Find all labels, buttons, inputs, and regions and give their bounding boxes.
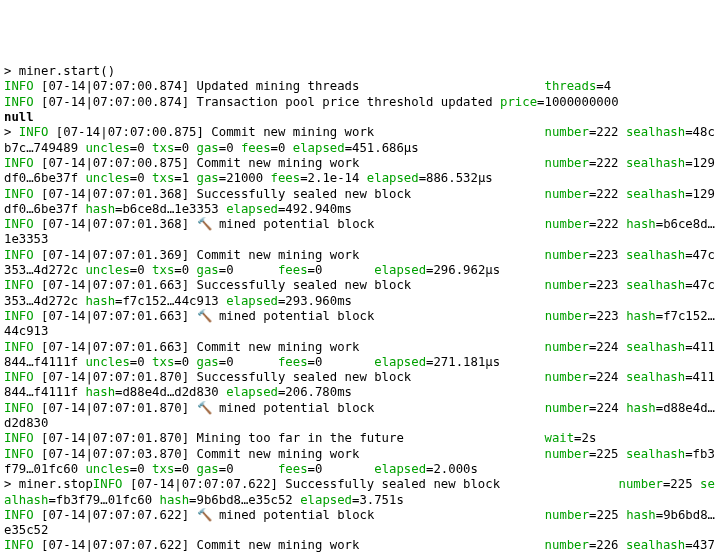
log-key: sealhash	[626, 447, 685, 461]
log-key: number	[545, 217, 589, 231]
log-key: hash	[159, 493, 189, 507]
log-timestamp: [07-14|07:07:01.663]	[41, 340, 189, 354]
log-key: uncles	[85, 171, 129, 185]
log-level: INFO	[4, 538, 34, 552]
log-key: txs	[152, 355, 174, 369]
log-key: gas	[197, 263, 219, 277]
log-level: INFO	[4, 278, 34, 292]
log-key: elapsed	[226, 385, 278, 399]
log-level: INFO	[4, 508, 34, 522]
log-timestamp: [07-14|07:07:01.663]	[41, 278, 189, 292]
log-key: number	[545, 508, 589, 522]
log-key: txs	[152, 462, 174, 476]
log-message: Successfully sealed new block	[197, 278, 412, 292]
log-timestamp: [07-14|07:07:01.369]	[41, 248, 189, 262]
log-level: INFO	[4, 309, 34, 323]
log-message: 🔨 mined potential block	[197, 508, 375, 522]
log-timestamp: [07-14|07:07:00.875]	[41, 156, 189, 170]
log-key: fees	[241, 141, 271, 155]
log-level: INFO	[4, 187, 34, 201]
log-key: sealhash	[626, 538, 685, 552]
log-key: fees	[278, 263, 308, 277]
log-message: Commit new mining work	[197, 538, 360, 552]
log-level: INFO	[19, 125, 49, 139]
log-level: INFO	[4, 447, 34, 461]
log-key: sealhash	[626, 278, 685, 292]
prompt: >	[4, 125, 19, 139]
log-key: price	[500, 95, 537, 109]
log-key: number	[545, 401, 589, 415]
log-key: hash	[85, 202, 115, 216]
log-key: number	[544, 447, 588, 461]
log-key: number	[544, 187, 588, 201]
log-message: Commit new mining work	[197, 447, 360, 461]
log-level: INFO	[4, 401, 34, 415]
log-timestamp: [07-14|07:07:01.870]	[41, 431, 189, 445]
log-message: Mining too far in the future	[197, 431, 404, 445]
log-key: number	[545, 309, 589, 323]
log-message: Commit new mining work	[197, 248, 360, 262]
log-key: gas	[197, 171, 219, 185]
log-level: INFO	[4, 248, 34, 262]
terminal-output[interactable]: > miner.start() INFO [07-14|07:07:00.874…	[0, 61, 722, 552]
log-timestamp: [07-14|07:07:01.870]	[41, 370, 189, 384]
log-timestamp: [07-14|07:07:07.622]	[41, 538, 189, 552]
log-key: gas	[197, 462, 219, 476]
log-key: hash	[85, 294, 115, 308]
log-key: sealhash	[626, 187, 685, 201]
log-key: txs	[152, 141, 174, 155]
log-message: Commit new mining work	[197, 156, 360, 170]
log-timestamp: [07-14|07:07:00.874]	[41, 79, 189, 93]
log-level: INFO	[4, 340, 34, 354]
log-level: INFO	[4, 156, 34, 170]
log-key: fees	[278, 462, 308, 476]
log-message: Successfully sealed new block	[197, 370, 412, 384]
log-level: INFO	[4, 370, 34, 384]
log-timestamp: [07-14|07:07:03.870]	[41, 447, 189, 461]
log-key: hash	[626, 401, 656, 415]
log-key: elapsed	[374, 263, 426, 277]
log-message: Successfully sealed new block	[285, 477, 500, 491]
prompt: >	[4, 64, 19, 78]
log-timestamp: [07-14|07:07:01.368]	[41, 217, 189, 231]
log-key: sealhash	[626, 248, 685, 262]
log-message: Successfully sealed new block	[197, 187, 412, 201]
log-key: sealhash	[626, 370, 685, 384]
log-key: sealhash	[626, 125, 685, 139]
log-key: hash	[626, 508, 656, 522]
log-message: Commit new mining work	[211, 125, 374, 139]
log-key: elapsed	[367, 171, 419, 185]
log-key: hash	[626, 217, 656, 231]
log-key: number	[544, 340, 588, 354]
log-key: threads	[544, 79, 596, 93]
log-key: sealhash	[626, 156, 685, 170]
log-key: elapsed	[293, 141, 345, 155]
log-message: Updated mining threads	[197, 79, 360, 93]
log-timestamp: [07-14|07:07:07.622]	[41, 508, 189, 522]
log-level: INFO	[93, 477, 123, 491]
log-message: 🔨 mined potential block	[197, 309, 375, 323]
log-key: fees	[271, 171, 301, 185]
log-level: INFO	[4, 217, 34, 231]
log-key: elapsed	[374, 462, 426, 476]
log-key: elapsed	[226, 294, 278, 308]
log-key: elapsed	[374, 355, 426, 369]
command: > miner.stop	[4, 477, 93, 491]
log-timestamp: [07-14|07:07:01.870]	[41, 401, 189, 415]
log-key: number	[544, 278, 588, 292]
log-key: uncles	[85, 141, 129, 155]
log-key: hash	[626, 309, 656, 323]
log-timestamp: [07-14|07:07:01.368]	[41, 187, 189, 201]
log-key: sealhash	[626, 340, 685, 354]
log-timestamp: [07-14|07:07:00.875]	[56, 125, 204, 139]
log-key: number	[544, 156, 588, 170]
repl-null: null	[4, 110, 34, 124]
log-key: gas	[197, 355, 219, 369]
log-key: number	[544, 248, 588, 262]
log-key: number	[619, 477, 663, 491]
log-level: INFO	[4, 431, 34, 445]
log-message: 🔨 mined potential block	[197, 401, 375, 415]
log-timestamp: [07-14|07:07:00.874]	[41, 95, 189, 109]
log-timestamp: [07-14|07:07:07.622]	[130, 477, 278, 491]
log-timestamp: [07-14|07:07:01.663]	[41, 309, 189, 323]
